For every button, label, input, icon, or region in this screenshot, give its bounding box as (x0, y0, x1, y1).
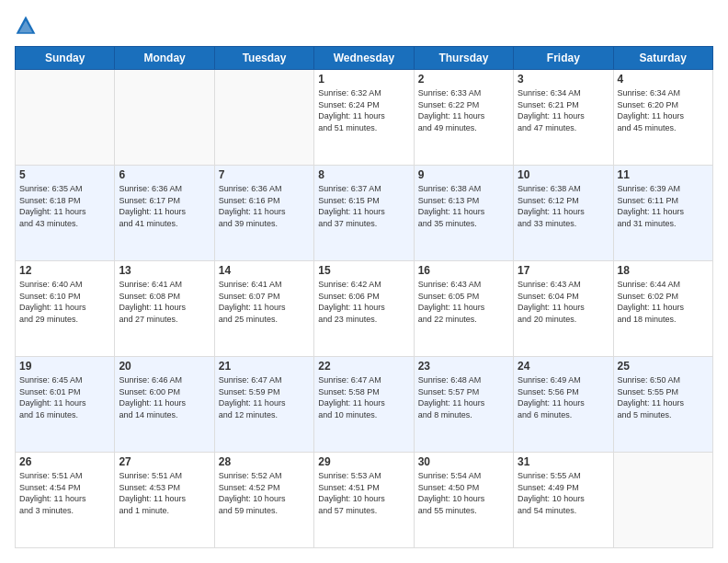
day-cell: 28Sunrise: 5:52 AM Sunset: 4:52 PM Dayli… (214, 453, 313, 548)
day-cell (214, 70, 313, 166)
day-info: Sunrise: 6:47 AM Sunset: 5:59 PM Dayligh… (219, 374, 310, 420)
day-cell: 8Sunrise: 6:37 AM Sunset: 6:15 PM Daylig… (314, 166, 414, 261)
day-cell: 1Sunrise: 6:32 AM Sunset: 6:24 PM Daylig… (314, 70, 414, 166)
day-info: Sunrise: 6:44 AM Sunset: 6:02 PM Dayligh… (618, 279, 709, 325)
day-info: Sunrise: 6:38 AM Sunset: 6:13 PM Dayligh… (418, 183, 509, 229)
day-info: Sunrise: 6:47 AM Sunset: 5:58 PM Dayligh… (318, 374, 409, 420)
page: SundayMondayTuesdayWednesdayThursdayFrid… (0, 0, 728, 563)
day-info: Sunrise: 6:41 AM Sunset: 6:07 PM Dayligh… (219, 279, 310, 325)
day-cell: 16Sunrise: 6:43 AM Sunset: 6:05 PM Dayli… (414, 261, 513, 357)
day-number: 18 (618, 264, 709, 277)
day-number: 29 (318, 455, 409, 468)
day-info: Sunrise: 5:51 AM Sunset: 4:54 PM Dayligh… (19, 470, 110, 516)
day-number: 28 (219, 455, 310, 468)
day-cell: 24Sunrise: 6:49 AM Sunset: 5:56 PM Dayli… (514, 357, 613, 453)
day-number: 8 (318, 168, 409, 181)
day-number: 21 (219, 360, 310, 373)
day-header-thursday: Thursday (414, 47, 513, 70)
day-header-sunday: Sunday (16, 47, 115, 70)
day-number: 19 (19, 360, 110, 373)
calendar-table: SundayMondayTuesdayWednesdayThursdayFrid… (15, 46, 713, 548)
day-number: 14 (219, 264, 310, 277)
day-info: Sunrise: 5:53 AM Sunset: 4:51 PM Dayligh… (318, 470, 409, 516)
day-cell: 4Sunrise: 6:34 AM Sunset: 6:20 PM Daylig… (613, 70, 712, 166)
day-cell: 23Sunrise: 6:48 AM Sunset: 5:57 PM Dayli… (414, 357, 513, 453)
day-cell: 2Sunrise: 6:33 AM Sunset: 6:22 PM Daylig… (414, 70, 513, 166)
day-info: Sunrise: 6:33 AM Sunset: 6:22 PM Dayligh… (418, 87, 509, 133)
day-info: Sunrise: 6:39 AM Sunset: 6:11 PM Dayligh… (618, 183, 709, 229)
day-info: Sunrise: 6:43 AM Sunset: 6:04 PM Dayligh… (518, 279, 609, 325)
day-info: Sunrise: 6:43 AM Sunset: 6:05 PM Dayligh… (418, 279, 509, 325)
day-number: 23 (418, 360, 509, 373)
day-number: 5 (19, 168, 110, 181)
day-info: Sunrise: 6:49 AM Sunset: 5:56 PM Dayligh… (518, 374, 609, 420)
day-number: 13 (119, 264, 210, 277)
day-number: 31 (518, 455, 609, 468)
day-info: Sunrise: 6:45 AM Sunset: 6:01 PM Dayligh… (19, 374, 110, 420)
day-info: Sunrise: 5:51 AM Sunset: 4:53 PM Dayligh… (119, 470, 210, 516)
day-cell: 29Sunrise: 5:53 AM Sunset: 4:51 PM Dayli… (314, 453, 414, 548)
day-number: 22 (318, 360, 409, 373)
day-number: 26 (19, 455, 110, 468)
day-number: 12 (19, 264, 110, 277)
day-number: 1 (318, 73, 409, 86)
day-cell (16, 70, 115, 166)
week-row-5: 26Sunrise: 5:51 AM Sunset: 4:54 PM Dayli… (16, 453, 713, 548)
header (15, 15, 713, 37)
day-number: 9 (418, 168, 509, 181)
day-cell: 5Sunrise: 6:35 AM Sunset: 6:18 PM Daylig… (16, 166, 115, 261)
day-cell: 7Sunrise: 6:36 AM Sunset: 6:16 PM Daylig… (214, 166, 313, 261)
day-cell (613, 453, 712, 548)
day-info: Sunrise: 6:36 AM Sunset: 6:17 PM Dayligh… (119, 183, 210, 229)
day-header-saturday: Saturday (613, 47, 712, 70)
week-row-2: 5Sunrise: 6:35 AM Sunset: 6:18 PM Daylig… (16, 166, 713, 261)
day-cell: 27Sunrise: 5:51 AM Sunset: 4:53 PM Dayli… (115, 453, 214, 548)
day-number: 11 (618, 168, 709, 181)
day-number: 2 (418, 73, 509, 86)
day-number: 15 (318, 264, 409, 277)
day-number: 4 (618, 73, 709, 86)
day-number: 20 (119, 360, 210, 373)
day-number: 24 (518, 360, 609, 373)
day-info: Sunrise: 6:34 AM Sunset: 6:21 PM Dayligh… (518, 87, 609, 133)
logo (15, 15, 40, 37)
day-cell: 19Sunrise: 6:45 AM Sunset: 6:01 PM Dayli… (16, 357, 115, 453)
day-cell (115, 70, 214, 166)
day-number: 7 (219, 168, 310, 181)
day-info: Sunrise: 6:42 AM Sunset: 6:06 PM Dayligh… (318, 279, 409, 325)
day-info: Sunrise: 6:38 AM Sunset: 6:12 PM Dayligh… (518, 183, 609, 229)
logo-icon (15, 15, 37, 37)
day-info: Sunrise: 6:48 AM Sunset: 5:57 PM Dayligh… (418, 374, 509, 420)
day-cell: 18Sunrise: 6:44 AM Sunset: 6:02 PM Dayli… (613, 261, 712, 357)
day-number: 6 (119, 168, 210, 181)
day-info: Sunrise: 6:37 AM Sunset: 6:15 PM Dayligh… (318, 183, 409, 229)
day-cell: 20Sunrise: 6:46 AM Sunset: 6:00 PM Dayli… (115, 357, 214, 453)
day-cell: 17Sunrise: 6:43 AM Sunset: 6:04 PM Dayli… (514, 261, 613, 357)
day-cell: 21Sunrise: 6:47 AM Sunset: 5:59 PM Dayli… (214, 357, 313, 453)
day-cell: 6Sunrise: 6:36 AM Sunset: 6:17 PM Daylig… (115, 166, 214, 261)
day-number: 3 (518, 73, 609, 86)
day-info: Sunrise: 6:35 AM Sunset: 6:18 PM Dayligh… (19, 183, 110, 229)
day-info: Sunrise: 6:41 AM Sunset: 6:08 PM Dayligh… (119, 279, 210, 325)
day-number: 27 (119, 455, 210, 468)
day-cell: 26Sunrise: 5:51 AM Sunset: 4:54 PM Dayli… (16, 453, 115, 548)
day-cell: 13Sunrise: 6:41 AM Sunset: 6:08 PM Dayli… (115, 261, 214, 357)
week-row-4: 19Sunrise: 6:45 AM Sunset: 6:01 PM Dayli… (16, 357, 713, 453)
day-number: 30 (418, 455, 509, 468)
day-info: Sunrise: 5:52 AM Sunset: 4:52 PM Dayligh… (219, 470, 310, 516)
day-cell: 25Sunrise: 6:50 AM Sunset: 5:55 PM Dayli… (613, 357, 712, 453)
day-info: Sunrise: 6:40 AM Sunset: 6:10 PM Dayligh… (19, 279, 110, 325)
day-number: 17 (518, 264, 609, 277)
day-header-tuesday: Tuesday (214, 47, 313, 70)
day-cell: 11Sunrise: 6:39 AM Sunset: 6:11 PM Dayli… (613, 166, 712, 261)
day-cell: 22Sunrise: 6:47 AM Sunset: 5:58 PM Dayli… (314, 357, 414, 453)
day-info: Sunrise: 6:36 AM Sunset: 6:16 PM Dayligh… (219, 183, 310, 229)
day-cell: 3Sunrise: 6:34 AM Sunset: 6:21 PM Daylig… (514, 70, 613, 166)
day-info: Sunrise: 6:34 AM Sunset: 6:20 PM Dayligh… (618, 87, 709, 133)
day-number: 25 (618, 360, 709, 373)
days-header-row: SundayMondayTuesdayWednesdayThursdayFrid… (16, 47, 713, 70)
day-info: Sunrise: 6:50 AM Sunset: 5:55 PM Dayligh… (618, 374, 709, 420)
day-cell: 9Sunrise: 6:38 AM Sunset: 6:13 PM Daylig… (414, 166, 513, 261)
day-info: Sunrise: 6:32 AM Sunset: 6:24 PM Dayligh… (318, 87, 409, 133)
day-header-monday: Monday (115, 47, 214, 70)
